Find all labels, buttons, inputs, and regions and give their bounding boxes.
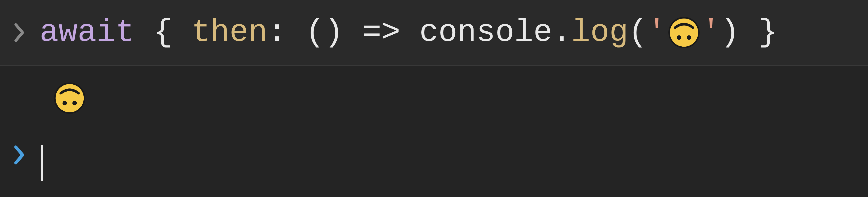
token-rparen: ) xyxy=(324,15,343,50)
upside-down-face-icon xyxy=(668,17,700,48)
token-colon: : xyxy=(268,15,286,50)
console-output-row xyxy=(0,65,868,131)
upside-down-face-icon xyxy=(54,82,86,114)
token-rparen2: ) xyxy=(721,15,740,50)
token-rbrace: } xyxy=(758,15,778,50)
token-prop-then: then xyxy=(191,15,268,50)
svg-point-5 xyxy=(72,101,77,105)
console-code-past[interactable]: await { then: () => console.log(' ') } xyxy=(39,15,778,50)
svg-point-3 xyxy=(55,83,84,113)
token-ident-console: console xyxy=(419,15,552,50)
console-input-past-row: await { then: () => console.log(' ') } xyxy=(0,0,868,65)
token-dot: . xyxy=(552,15,571,50)
svg-point-0 xyxy=(669,18,699,47)
token-arrow: => xyxy=(362,15,400,50)
token-method-log: log xyxy=(571,15,628,50)
token-space xyxy=(286,15,305,50)
token-space xyxy=(134,15,153,50)
token-space xyxy=(740,15,758,50)
token-lbrace: { xyxy=(153,15,173,50)
token-keyword-await: await xyxy=(39,15,134,50)
console-input-current[interactable] xyxy=(39,145,43,181)
token-space xyxy=(400,15,419,50)
devtools-console: await { then: () => console.log(' ') } xyxy=(0,0,868,197)
token-string-quote-open: ' xyxy=(647,15,666,50)
token-space xyxy=(343,15,362,50)
svg-point-1 xyxy=(677,35,681,40)
console-input-current-row[interactable] xyxy=(0,131,868,197)
token-lparen2: ( xyxy=(628,15,647,50)
token-space xyxy=(173,15,191,50)
console-output[interactable] xyxy=(52,82,87,114)
svg-point-2 xyxy=(687,35,691,40)
token-lparen: ( xyxy=(305,15,324,50)
chevron-right-icon xyxy=(12,145,26,165)
text-cursor-icon xyxy=(41,145,43,181)
chevron-right-icon xyxy=(12,22,26,43)
token-string-quote-close: ' xyxy=(702,15,721,50)
svg-point-4 xyxy=(62,101,67,105)
